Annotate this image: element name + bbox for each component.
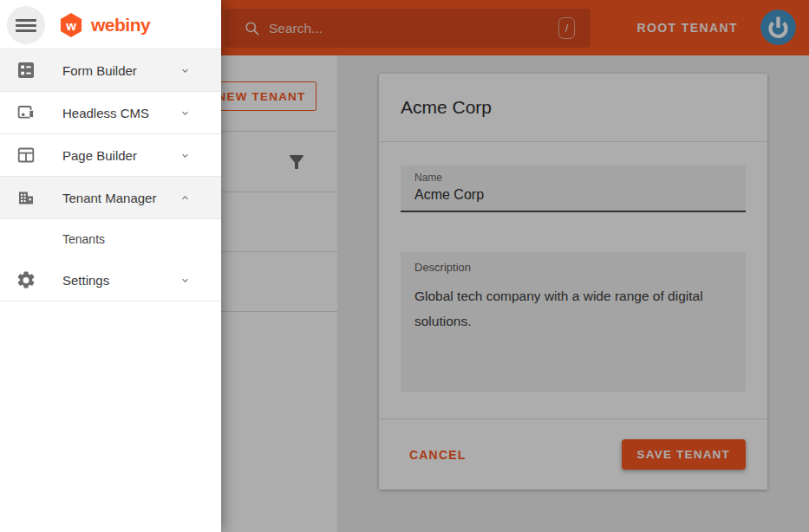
form-builder-icon (16, 60, 36, 81)
sidebar-item-settings[interactable]: Settings (0, 259, 221, 302)
sidebar-item-label: Tenant Manager (62, 191, 156, 205)
drawer-header: w webiny (0, 0, 221, 49)
chevron-down-icon (179, 150, 191, 161)
drawer-menu: Form Builder Headless CMS (0, 49, 221, 302)
sidebar-item-tenant-manager[interactable]: Tenant Manager (0, 177, 221, 219)
sidebar-item-tenants[interactable]: Tenants (0, 219, 221, 259)
settings-gear-icon (16, 269, 36, 290)
page-builder-icon (16, 145, 36, 165)
chevron-down-icon (179, 65, 191, 76)
sidebar-item-label: Tenants (62, 232, 105, 246)
hamburger-icon (16, 19, 36, 35)
navigation-drawer: w webiny Form Builder (0, 0, 221, 532)
webiny-wordmark: webiny (91, 15, 150, 36)
hamburger-menu-button[interactable] (7, 6, 45, 44)
sidebar-item-page-builder[interactable]: Page Builder (0, 134, 221, 177)
chevron-up-icon (179, 192, 191, 204)
sidebar-item-label: Headless CMS (62, 106, 149, 120)
sidebar-item-label: Page Builder (62, 148, 137, 163)
webiny-logo-icon: w (59, 12, 83, 38)
sidebar-item-form-builder[interactable]: Form Builder (0, 49, 221, 92)
sidebar-item-headless-cms[interactable]: Headless CMS (0, 92, 221, 134)
webiny-logo: w webiny (59, 12, 150, 38)
chevron-down-icon (179, 107, 191, 119)
sidebar-item-label: Form Builder (62, 63, 137, 78)
chevron-down-icon (179, 275, 191, 286)
headless-cms-icon (16, 102, 36, 123)
app-root: Search... / ROOT TENANT NEW TENANT (0, 0, 809, 532)
tenant-manager-icon (16, 187, 36, 208)
sidebar-item-label: Settings (62, 273, 109, 288)
svg-text:w: w (65, 18, 76, 33)
